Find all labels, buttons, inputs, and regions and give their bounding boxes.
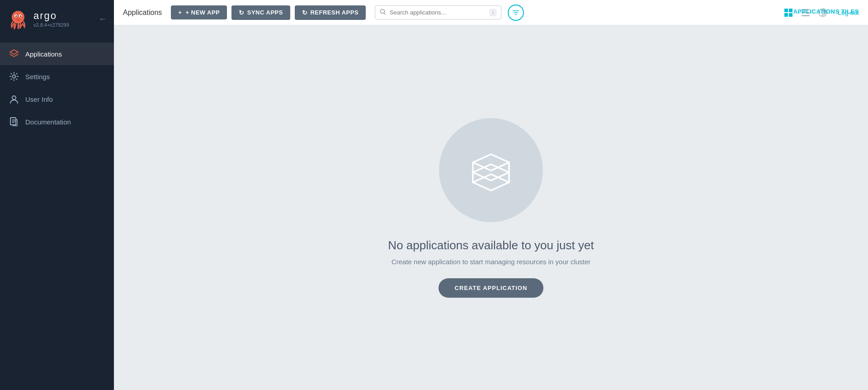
user-icon bbox=[9, 94, 19, 104]
svg-rect-9 bbox=[784, 9, 788, 12]
sidebar-item-settings[interactable]: Settings bbox=[0, 65, 114, 88]
sidebar-item-settings-label: Settings bbox=[25, 73, 50, 81]
svg-point-8 bbox=[381, 10, 385, 14]
sidebar-item-applications-label: Applications bbox=[25, 50, 62, 58]
logo-version: v2.8.4+c279299 bbox=[33, 22, 69, 28]
svg-rect-10 bbox=[789, 9, 793, 12]
documentation-icon bbox=[9, 117, 19, 127]
empty-state-title: No applications available to you just ye… bbox=[388, 238, 594, 252]
sync-apps-label: SYNC APPS bbox=[247, 9, 283, 16]
filter-button[interactable] bbox=[508, 5, 524, 21]
svg-rect-11 bbox=[784, 13, 788, 17]
back-arrow-icon[interactable]: ← bbox=[99, 14, 107, 24]
search-bar: / bbox=[375, 5, 501, 19]
sidebar-nav: Applications Settings User Info bbox=[0, 43, 114, 133]
layers-icon bbox=[9, 49, 19, 59]
content-area: No applications available to you just ye… bbox=[114, 25, 868, 390]
svg-rect-12 bbox=[789, 13, 793, 17]
sidebar-item-userinfo[interactable]: User Info bbox=[0, 88, 114, 110]
empty-state-subtitle: Create new application to start managing… bbox=[392, 258, 590, 266]
new-app-plus-icon: + bbox=[178, 9, 182, 16]
logo-name: argo bbox=[33, 11, 69, 21]
sidebar-item-documentation[interactable]: Documentation bbox=[0, 110, 114, 133]
svg-point-0 bbox=[12, 11, 24, 24]
empty-state-icon-circle bbox=[439, 118, 543, 222]
svg-point-3 bbox=[15, 15, 17, 17]
search-input[interactable] bbox=[390, 9, 486, 16]
new-app-label: + NEW APP bbox=[185, 9, 220, 16]
topbar: Applications + + NEW APP ↻ SYNC APPS ↻ R… bbox=[114, 0, 868, 25]
page-title: Applications bbox=[123, 9, 162, 17]
sidebar-item-userinfo-label: User Info bbox=[25, 95, 53, 103]
svg-point-5 bbox=[13, 75, 16, 78]
main-area: Applications + + NEW APP ↻ SYNC APPS ↻ R… bbox=[114, 0, 868, 390]
argo-mascot-icon bbox=[7, 8, 29, 30]
sidebar-item-documentation-label: Documentation bbox=[25, 118, 71, 126]
logo-text-group: argo v2.8.4+c279299 bbox=[33, 11, 69, 28]
sidebar: argo v2.8.4+c279299 ← Applications bbox=[0, 0, 114, 390]
new-app-button[interactable]: + + NEW APP bbox=[171, 5, 227, 19]
refresh-apps-label: REFRESH APPS bbox=[310, 9, 359, 16]
create-application-button[interactable]: CREATE APPLICATION bbox=[439, 278, 544, 298]
settings-icon bbox=[9, 71, 19, 81]
svg-point-6 bbox=[12, 96, 16, 100]
sync-apps-button[interactable]: ↻ SYNC APPS bbox=[231, 5, 290, 20]
svg-point-4 bbox=[20, 15, 21, 17]
stacked-layers-icon bbox=[464, 145, 518, 195]
applications-tiles-label: APPLICATIONS TILES bbox=[793, 8, 859, 15]
refresh-apps-button[interactable]: ↻ REFRESH APPS bbox=[295, 5, 366, 20]
refresh-icon: ↻ bbox=[302, 9, 308, 16]
search-slash-shortcut: / bbox=[490, 9, 496, 16]
sidebar-logo: argo v2.8.4+c279299 ← bbox=[0, 0, 114, 38]
sidebar-item-applications[interactable]: Applications bbox=[0, 43, 114, 65]
search-icon bbox=[380, 9, 386, 16]
sync-icon: ↻ bbox=[239, 9, 245, 16]
